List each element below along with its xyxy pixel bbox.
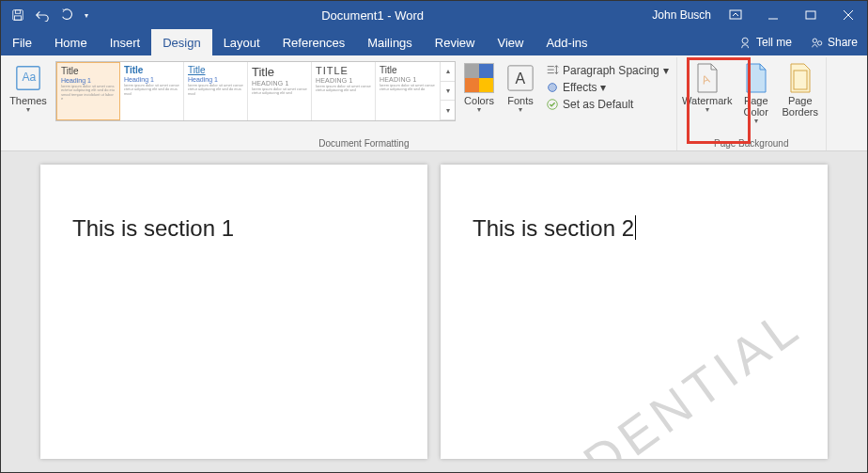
page-borders-label: Page Borders: [779, 95, 822, 118]
tab-view[interactable]: View: [486, 29, 535, 55]
chevron-down-icon: ▾: [663, 64, 669, 77]
tab-review[interactable]: Review: [424, 29, 487, 55]
chevron-down-icon: ▾: [477, 108, 481, 112]
workspace: This is section 1 This is section 2 CONF…: [1, 151, 867, 472]
undo-button[interactable]: [31, 4, 54, 26]
watermark-text: CONFIDENTIAL: [441, 295, 813, 459]
ribbon-tabbar: File Home Insert Design Layout Reference…: [1, 29, 867, 55]
colors-icon: [464, 63, 494, 93]
minimize-button[interactable]: [754, 1, 792, 29]
gallery-item[interactable]: Title Heading 1 lorem ipsum dolor sit am…: [184, 62, 248, 120]
section-2-text: This is section 2: [473, 215, 796, 242]
fonts-icon: A: [505, 63, 535, 93]
colors-button[interactable]: Colors ▾: [459, 61, 499, 114]
tab-mailings[interactable]: Mailings: [356, 29, 424, 55]
quick-access-toolbar: ▾: [1, 4, 93, 26]
share-label: Share: [828, 36, 858, 49]
watermark-icon: A: [692, 63, 722, 93]
window-controls: [717, 1, 867, 29]
set-default-label: Set as Default: [563, 98, 633, 111]
svg-point-8: [742, 38, 748, 43]
gallery-down-button[interactable]: ▾: [440, 82, 455, 102]
svg-rect-5: [806, 11, 815, 19]
chevron-down-icon: ▾: [705, 108, 709, 112]
watermark-button[interactable]: A Watermark ▾: [681, 61, 734, 114]
fonts-button[interactable]: A Fonts ▾: [503, 61, 538, 114]
svg-point-18: [549, 84, 557, 92]
svg-text:A: A: [515, 71, 525, 87]
svg-rect-2: [15, 16, 22, 20]
gallery-item[interactable]: Title HEADING 1 lorem ipsum dolor sit am…: [376, 62, 440, 120]
svg-text:A: A: [700, 72, 711, 87]
tab-references[interactable]: References: [271, 29, 356, 55]
tell-me-label: Tell me: [756, 36, 792, 49]
svg-rect-1: [15, 10, 20, 14]
gallery-item[interactable]: Title Heading 1 lorem ipsum dolor sit am…: [120, 62, 184, 120]
style-set-gallery[interactable]: Title Heading 1 lorem ipsum dolor sit am…: [55, 61, 456, 121]
tab-design[interactable]: Design: [151, 29, 211, 55]
section-1-text: This is section 1: [72, 215, 395, 242]
page-borders-icon: [785, 63, 815, 93]
svg-rect-3: [730, 10, 741, 19]
page-section-2[interactable]: This is section 2 CONFIDENTIAL: [441, 165, 828, 459]
chevron-down-icon: ▾: [754, 119, 758, 123]
titlebar: ▾ Document1 - Word John Busch: [1, 1, 867, 29]
effects-icon: [546, 81, 559, 94]
text-cursor: [635, 215, 636, 240]
themes-icon: Aa: [13, 63, 43, 93]
tell-me-button[interactable]: Tell me: [730, 29, 801, 55]
tab-addins[interactable]: Add-ins: [535, 29, 598, 55]
effects-button[interactable]: Effects ▾: [542, 80, 673, 95]
tab-home[interactable]: Home: [43, 29, 99, 55]
page-background-group-label: Page Background: [714, 137, 789, 150]
doc-formatting-group-label: Document Formatting: [318, 137, 409, 150]
svg-text:Aa: Aa: [22, 71, 36, 84]
check-icon: [546, 98, 559, 111]
gallery-up-button[interactable]: ▴: [440, 62, 455, 82]
maximize-button[interactable]: [792, 1, 829, 29]
gallery-expand-button[interactable]: ▾: [440, 101, 455, 120]
gallery-item[interactable]: TITLE HEADING 1 lorem ipsum dolor sit am…: [312, 62, 376, 120]
ribbon-display-options-button[interactable]: [717, 1, 754, 29]
formatting-options: Paragraph Spacing ▾ Effects ▾ Set as Def…: [542, 61, 673, 112]
page-color-button[interactable]: Page Color ▾: [737, 61, 775, 125]
gallery-item[interactable]: Title HEADING 1 lorem ipsum dolor sit am…: [248, 62, 312, 120]
svg-point-9: [813, 39, 816, 42]
chevron-down-icon: ▾: [519, 108, 522, 112]
page-color-label: Page Color: [737, 95, 775, 118]
share-button[interactable]: Share: [801, 29, 867, 55]
paragraph-spacing-icon: [546, 64, 559, 77]
save-button[interactable]: [7, 4, 29, 26]
gallery-scroll: ▴ ▾ ▾: [440, 62, 455, 120]
page-background-group: A Watermark ▾ Page Color ▾ Page Borders …: [677, 57, 827, 150]
paragraph-spacing-label: Paragraph Spacing: [563, 64, 659, 77]
user-name[interactable]: John Busch: [652, 8, 717, 22]
themes-group: Aa Themes ▾: [5, 57, 52, 150]
close-button[interactable]: [829, 1, 867, 29]
redo-button[interactable]: [55, 4, 78, 26]
tab-insert[interactable]: Insert: [99, 29, 152, 55]
page-borders-button[interactable]: Page Borders: [779, 61, 822, 119]
document-title: Document1 - Word: [93, 8, 652, 23]
tab-layout[interactable]: Layout: [212, 29, 271, 55]
effects-label: Effects: [563, 81, 597, 94]
svg-point-10: [817, 41, 821, 45]
paragraph-spacing-button[interactable]: Paragraph Spacing ▾: [542, 63, 673, 78]
set-as-default-button[interactable]: Set as Default: [542, 97, 673, 112]
page-section-1[interactable]: This is section 1: [40, 165, 427, 459]
gallery-item[interactable]: Title Heading 1 lorem ipsum dolor sit am…: [56, 62, 120, 120]
chevron-down-icon: ▾: [26, 108, 30, 112]
document-formatting-group: Title Heading 1 lorem ipsum dolor sit am…: [52, 57, 677, 150]
ribbon: Aa Themes ▾ Title Heading 1 lorem ipsum …: [1, 55, 867, 151]
page-color-icon: [741, 63, 771, 93]
tab-file[interactable]: File: [1, 29, 43, 55]
qat-customize-button[interactable]: ▾: [80, 4, 93, 26]
themes-button[interactable]: Aa Themes ▾: [6, 61, 51, 114]
chevron-down-icon: ▾: [600, 81, 606, 94]
